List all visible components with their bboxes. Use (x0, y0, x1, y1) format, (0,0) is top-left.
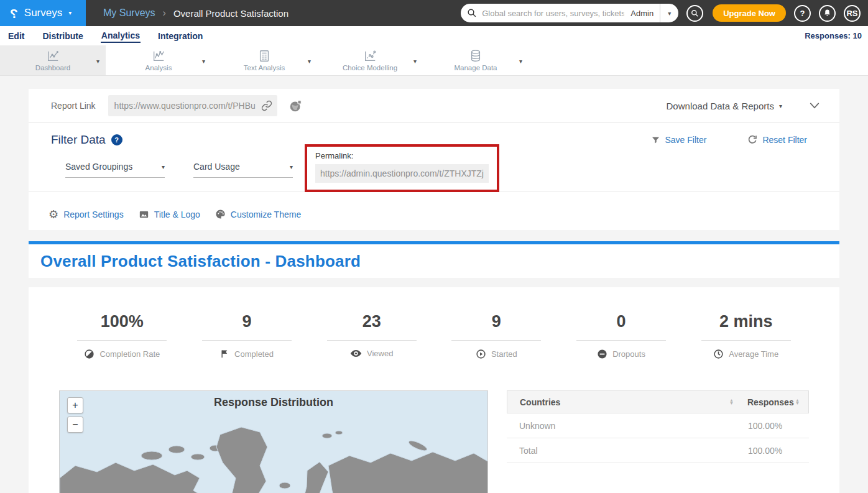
question-icon: ? (800, 9, 805, 18)
upgrade-now-button[interactable]: Upgrade Now (713, 4, 786, 22)
stat-label: Viewed (367, 349, 393, 358)
breadcrumb-my-surveys[interactable]: My Surveys (103, 7, 155, 19)
refresh-icon (747, 135, 757, 145)
report-link-input[interactable] (114, 101, 261, 111)
countries-table: Countries ▲▼ Responses ▲▼ Unknown 100.00… (507, 390, 809, 463)
search-button[interactable] (686, 5, 703, 22)
stats-row: 100% Completion Rate 9 Completed (29, 287, 839, 359)
nav-item-analytics[interactable]: Analytics (101, 29, 141, 43)
nav-item-integration[interactable]: Integration (157, 30, 203, 42)
tab-label: Text Analysis (244, 64, 285, 71)
divider (701, 340, 791, 341)
customize-theme-label: Customize Theme (231, 210, 301, 219)
tab-dashboard[interactable]: Dashboard ▾ (0, 45, 106, 75)
map-title: Response Distribution (60, 396, 487, 409)
nav-item-distribute[interactable]: Distribute (42, 30, 83, 42)
stat-completion-rate: 100% Completion Rate (60, 312, 185, 359)
dashboard-chart-icon (45, 49, 60, 63)
tab-manage-data[interactable]: Manage Data ▾ (423, 45, 529, 75)
image-icon (139, 210, 149, 219)
help-button[interactable]: ? (794, 5, 811, 22)
download-data-reports-button[interactable]: Download Data & Reports (667, 101, 774, 111)
divider (202, 340, 292, 341)
funnel-icon (651, 136, 660, 145)
user-avatar[interactable]: RS (844, 5, 861, 22)
saved-groupings-dropdown[interactable]: Saved Groupings ▾ (65, 162, 165, 178)
tab-analysis[interactable]: Analysis ▾ (106, 45, 211, 75)
map-zoom-in-button[interactable]: + (67, 397, 83, 413)
surveys-app-switcher[interactable]: ? Surveys ▾ (0, 0, 86, 26)
countries-column-header[interactable]: Countries (520, 397, 560, 407)
bell-icon (823, 9, 831, 17)
search-icon (691, 9, 699, 17)
permalink-input[interactable] (320, 168, 484, 178)
title-logo-button[interactable]: Title & Logo (139, 210, 200, 219)
table-row: Total 100.00% (507, 438, 809, 463)
caret-down-icon: ▾ (162, 164, 165, 170)
chevron-right-icon: › (163, 7, 166, 19)
filter-help-icon[interactable]: ? (111, 134, 122, 145)
link-icon[interactable] (261, 100, 272, 111)
notifications-button[interactable] (819, 5, 836, 22)
database-icon (469, 49, 482, 63)
search-scope-caret-icon[interactable]: ▾ (660, 10, 678, 17)
report-settings-button[interactable]: ⚙ Report Settings (48, 209, 124, 220)
stat-dropouts: 0 Dropouts (559, 312, 684, 359)
tab-text-analysis[interactable]: Text Analysis ▾ (211, 45, 317, 75)
eye-icon (350, 349, 362, 358)
stat-label: Started (491, 349, 517, 359)
breadcrumb: My Surveys › Overall Product Satisfactio… (103, 7, 289, 19)
analysis-chart-icon (151, 49, 166, 63)
country-responses: 100.00% (741, 446, 800, 456)
search-scope-label: Admin (624, 9, 660, 18)
card-usage-dropdown[interactable]: Card Usage ▾ (193, 162, 293, 178)
analytics-tab-bar: Dashboard ▾ Analysis ▾ Text Analysis ▾ C… (0, 45, 868, 76)
caret-down-icon[interactable]: ▾ (202, 58, 205, 65)
stat-value: 2 mins (719, 312, 773, 331)
global-search: Admin ▾ (461, 4, 678, 22)
caret-down-icon[interactable]: ▾ (519, 58, 522, 65)
questionpro-logo-icon: ? (10, 7, 18, 20)
sort-icon[interactable]: ▲▼ (795, 399, 800, 405)
customize-theme-button[interactable]: Customize Theme (215, 209, 301, 219)
stat-started: 9 Started (434, 312, 559, 359)
collapse-chevron-icon[interactable] (808, 101, 821, 110)
page-title: Overall Product Satisfaction - Dashboard (40, 252, 361, 271)
country-responses: 100.00% (741, 421, 800, 431)
gear-icon: ⚙ (48, 209, 58, 220)
divider (327, 340, 417, 341)
nav-item-edit[interactable]: Edit (7, 30, 25, 42)
caret-down-icon[interactable]: ▾ (413, 58, 417, 65)
stat-label: Dropouts (612, 349, 645, 359)
search-icon (467, 8, 477, 18)
reset-filter-button[interactable]: Reset Filter (747, 135, 807, 145)
stat-value: 9 (242, 312, 251, 331)
permalink-label: Permalink: (315, 151, 489, 160)
reset-filter-label: Reset Filter (762, 135, 807, 145)
stat-label: Completed (234, 349, 274, 359)
caret-down-icon[interactable]: ▾ (96, 58, 99, 65)
map-zoom-out-button[interactable]: − (67, 417, 83, 433)
palette-icon (215, 209, 226, 219)
title-logo-label: Title & Logo (154, 210, 200, 219)
global-search-input[interactable] (482, 9, 624, 18)
title-band: Overall Product Satisfaction - Dashboard (29, 244, 839, 278)
sort-icon[interactable]: ▲▼ (729, 399, 734, 405)
tab-choice-modelling[interactable]: Choice Modelling ▾ (317, 45, 423, 75)
stat-average-time: 2 mins Average Time (683, 312, 808, 359)
caret-down-icon[interactable]: ▾ (308, 58, 311, 65)
globe-lock-icon[interactable] (289, 99, 302, 113)
table-row: Unknown 100.00% (507, 413, 809, 438)
minus-circle-icon (597, 349, 607, 359)
divider (576, 340, 666, 341)
survey-nav: Edit Distribute Analytics Integration Re… (0, 26, 868, 45)
avatar-initials: RS (846, 9, 857, 18)
stat-value: 23 (362, 312, 381, 331)
tab-label: Manage Data (454, 64, 497, 71)
responses-column-header[interactable]: Responses (747, 397, 794, 407)
response-distribution-map[interactable]: + − Response Distribution (59, 390, 488, 493)
caret-down-icon[interactable]: ▾ (779, 103, 782, 109)
half-circle-icon (84, 349, 95, 359)
save-filter-button[interactable]: Save Filter (651, 135, 707, 145)
flag-icon (220, 349, 229, 359)
